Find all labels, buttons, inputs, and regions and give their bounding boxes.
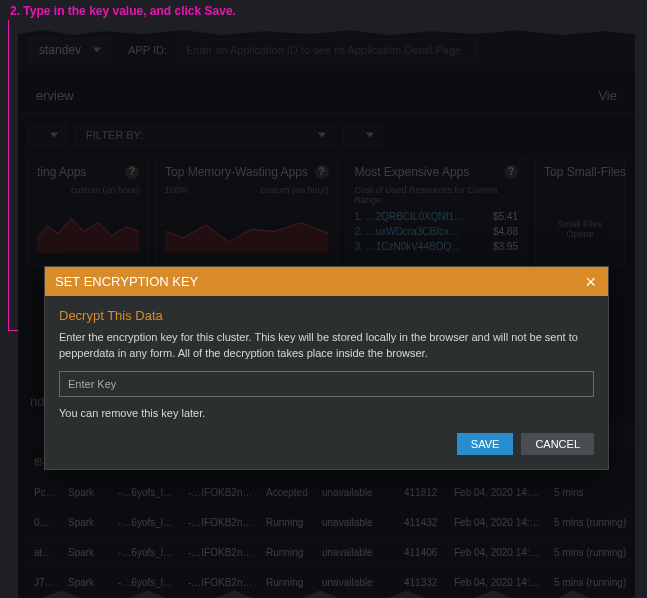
annotation-pointer-line xyxy=(8,20,9,331)
modal-description: Enter the encryption key for this cluste… xyxy=(59,329,594,361)
cancel-button[interactable]: CANCEL xyxy=(521,433,594,455)
instruction-annotation: 2. Type in the key value, and click Save… xyxy=(0,0,647,28)
modal-subtitle: Decrypt This Data xyxy=(59,308,594,323)
app-window: standev APP ID: erview Vie FILTER BY: ti… xyxy=(18,28,635,598)
modal-header: SET ENCRYPTION KEY × xyxy=(45,267,608,296)
close-icon[interactable]: × xyxy=(583,275,598,289)
save-button[interactable]: SAVE xyxy=(457,433,514,455)
modal-note: You can remove this key later. xyxy=(59,407,594,419)
modal-title: SET ENCRYPTION KEY xyxy=(55,274,198,289)
modal-scrim: SET ENCRYPTION KEY × Decrypt This Data E… xyxy=(18,28,635,598)
encryption-key-modal: SET ENCRYPTION KEY × Decrypt This Data E… xyxy=(44,266,609,470)
encryption-key-input[interactable] xyxy=(59,371,594,397)
